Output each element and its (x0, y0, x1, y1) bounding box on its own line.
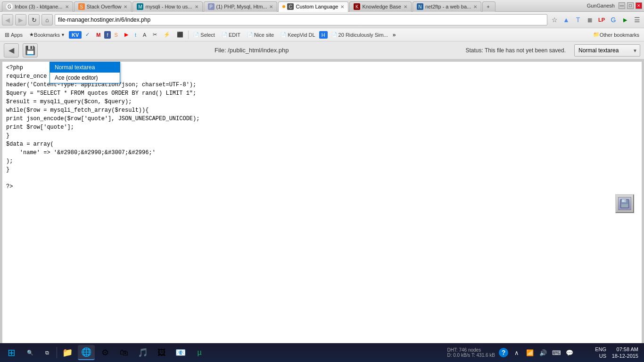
floppy-disk-icon (619, 198, 630, 209)
tab-net[interactable]: N net2ftp - a web ba... ✕ (413, 1, 481, 12)
bookmark-nice[interactable]: 📄 Nice site (244, 31, 277, 39)
back-button[interactable]: ◀ (2, 14, 13, 25)
settings-icon: ⚙ (101, 347, 109, 358)
taskbar-app-media[interactable]: 🎵 (134, 345, 151, 360)
google-drive-icon[interactable]: ▲ (561, 15, 571, 25)
bookmark-so3[interactable]: S (112, 31, 121, 39)
forward-button[interactable]: ▶ (15, 14, 26, 25)
tab-label-mysqli: mysqli - How to us... (145, 4, 192, 9)
taskbar-app-email[interactable]: 📧 (172, 345, 189, 360)
translate-icon[interactable]: T (573, 15, 583, 25)
tab-close-mysqli[interactable]: ✕ (195, 4, 198, 9)
window-controls: — □ ✕ (619, 2, 642, 9)
qr-icon[interactable]: ▦ (585, 15, 595, 25)
bookmark-m[interactable]: M (93, 31, 103, 39)
system-time[interactable]: 07:58 AM 18-12-2015 (610, 346, 638, 360)
ext2-icon[interactable]: ▶ (620, 15, 630, 25)
tab-close-custom[interactable]: ✕ (340, 4, 344, 9)
bookmark-select-label: Select (200, 32, 215, 38)
help-circle-icon[interactable]: ? (499, 348, 508, 357)
bookmark-dark[interactable]: ⬛ (174, 31, 186, 39)
time-display: 07:58 AM (610, 346, 638, 353)
tab-label-php: (1) PHP, Mysql, Htm... (216, 4, 267, 9)
taskbar-app-file-explorer[interactable]: 📁 (59, 345, 76, 360)
menu-icon[interactable]: ☰ (632, 15, 642, 25)
bookmark-check1[interactable]: ✓ (83, 31, 92, 39)
svg-rect-2 (621, 204, 628, 207)
bookmark-ridiculous-label: 20 Ridiculously Sim... (339, 32, 388, 38)
taskbar-app-photos[interactable]: 🖼 (153, 345, 170, 360)
tab-label-net: net2ftp - a web ba... (425, 4, 471, 9)
tab-close-php[interactable]: ✕ (269, 4, 273, 9)
fm-save-button[interactable]: 💾 (23, 43, 38, 58)
bookmark-lightning[interactable]: ⚡ (161, 31, 173, 39)
more-bookmarks-icon[interactable]: » (393, 32, 396, 38)
url-input[interactable] (55, 14, 547, 25)
select-doc-icon: 📄 (193, 32, 199, 37)
maximize-button[interactable]: □ (627, 2, 634, 9)
bookmark-apps-label: Apps (11, 32, 23, 38)
bookmark-scissors[interactable]: ✂ (150, 31, 160, 39)
bookmark-apps[interactable]: ⊞ Apps (2, 31, 25, 39)
new-tab-button[interactable]: + (482, 1, 495, 12)
favicon-kb: K (354, 3, 360, 10)
bookmark-edit[interactable]: 📄 EDIT (219, 31, 243, 39)
network-icon[interactable]: 📶 (525, 348, 535, 357)
utorrent-icon: µ (197, 348, 201, 357)
editor-type-select[interactable]: Normal textarea Ace (code editor) (574, 44, 640, 57)
tab-gmail[interactable]: G Inbox (3) - kbtgane... ✕ (2, 1, 73, 12)
taskbar-app-settings[interactable]: ⚙ (97, 345, 114, 360)
volume-icon[interactable]: 🔊 (538, 348, 548, 357)
minimize-button[interactable]: — (619, 2, 625, 9)
bookmark-kv[interactable]: KV (69, 31, 82, 39)
close-button[interactable]: ✕ (636, 2, 642, 9)
save-overlay-button[interactable] (615, 194, 634, 213)
bookmark-select[interactable]: 📄 Select (190, 31, 218, 39)
taskbar-app-store[interactable]: 🛍 (116, 345, 132, 360)
dropdown-ace-editor[interactable]: Ace (code editor) (50, 73, 120, 83)
tab-close-kb[interactable]: ✕ (404, 4, 407, 9)
photos-icon: 🖼 (157, 348, 166, 358)
bookmark-bookmarks[interactable]: ★ Bookmarks ▼ (26, 31, 68, 39)
bookmark-other[interactable]: 📁 Other bookmarks (590, 31, 642, 39)
lastpass-icon[interactable]: LP (596, 15, 607, 25)
fm-back-button[interactable]: ◀ (4, 43, 19, 58)
store-icon: 🛍 (120, 348, 128, 358)
tab-mysqli[interactable]: M mysqli - How to us... ✕ (132, 1, 202, 12)
notification-icon[interactable]: 💬 (565, 348, 574, 357)
dht-nodes: DHT: 746 nodes (447, 347, 495, 353)
favicon-so: S (78, 3, 85, 10)
bookmark-f[interactable]: f (104, 31, 110, 39)
bookmark-a[interactable]: A (140, 31, 149, 39)
tab-custom[interactable]: C Custom Language ✕ (278, 1, 348, 12)
address-bar: ◀ ▶ ↻ ⌂ ☆ ▲ T ▦ LP G ▶ ☰ (0, 12, 644, 28)
bookmark-ridiculous[interactable]: 📄 20 Ridiculously Sim... (329, 31, 391, 39)
taskbar-app-utorrent[interactable]: µ (191, 345, 208, 360)
bookmark-tw[interactable]: t (132, 31, 139, 39)
favicon-php: P (208, 3, 215, 10)
chevron-down-icon: ▼ (61, 33, 65, 37)
bookmark-keepvid[interactable]: 📄 KeepVid DL (278, 31, 318, 39)
tab-close-gmail[interactable]: ✕ (65, 4, 69, 9)
tab-php[interactable]: P (1) PHP, Mysql, Htm... ✕ (204, 1, 278, 12)
tab-kb[interactable]: K Knowledge Base ✕ (349, 1, 412, 12)
tray-chevron-icon[interactable]: ∧ (512, 348, 521, 357)
clock-lang: ENG US (578, 346, 606, 360)
bookmark-star-icon[interactable]: ☆ (549, 15, 560, 25)
tab-close-so[interactable]: ✕ (124, 4, 127, 9)
bookmark-yt[interactable]: ▶ (122, 31, 131, 39)
ext1-icon[interactable]: G (608, 15, 619, 25)
taskbar-app-chrome[interactable]: 🌐 (78, 345, 95, 360)
home-button[interactable]: ⌂ (41, 14, 53, 25)
tab-stackoverflow[interactable]: S Stack Overflow ✕ (74, 1, 132, 12)
search-button[interactable]: 🔍 (23, 345, 38, 360)
bookmark-other-label: Other bookmarks (600, 32, 639, 38)
keyboard-icon[interactable]: ⌨ (552, 348, 561, 357)
bookmark-h[interactable]: H (319, 31, 328, 39)
tab-close-net[interactable]: ✕ (473, 4, 477, 9)
dropdown-normal-textarea[interactable]: Normal textarea (50, 62, 120, 73)
task-view-button[interactable]: ⧉ (40, 345, 55, 360)
start-button[interactable]: ⊞ (2, 345, 21, 360)
reload-button[interactable]: ↻ (28, 14, 40, 25)
system-clock[interactable]: ENG US (578, 346, 606, 360)
